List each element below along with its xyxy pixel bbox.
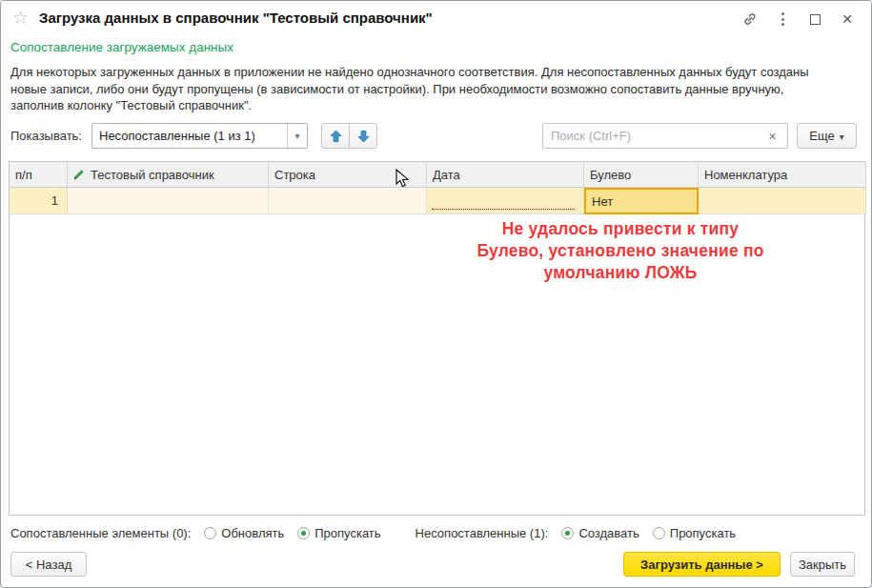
- error-underline: [432, 209, 575, 210]
- column-header-num[interactable]: п/п: [10, 162, 68, 188]
- radio-label: Пропускать: [670, 526, 736, 540]
- radio-create[interactable]: Создавать: [561, 526, 639, 540]
- radio-skip-matched[interactable]: Пропускать: [297, 526, 380, 540]
- favorite-star-icon[interactable]: ☆: [12, 8, 29, 29]
- search-clear-button[interactable]: ×: [758, 123, 788, 149]
- more-menu-icon[interactable]: [766, 5, 799, 33]
- radio-skip-unmatched[interactable]: Пропускать: [653, 526, 736, 540]
- load-data-button[interactable]: Загрузить данные >: [623, 552, 781, 577]
- column-header-boolean[interactable]: Булево: [584, 162, 699, 188]
- back-button[interactable]: < Назад: [10, 552, 87, 577]
- column-header-label: Номенклатура: [704, 168, 787, 182]
- column-header-label: Булево: [590, 168, 631, 182]
- options-row: Сопоставленные элементы (0): Обновлять П…: [10, 523, 736, 542]
- column-header-label: Тестовый справочник: [91, 168, 214, 182]
- unmatched-options-label: Несопоставленные (1):: [416, 526, 549, 540]
- navigation-arrows: [321, 123, 377, 149]
- radio-icon-checked[interactable]: [297, 527, 310, 539]
- chevron-down-icon: ▾: [840, 132, 844, 142]
- radio-label: Пропускать: [314, 526, 380, 540]
- column-header-test-ref[interactable]: Тестовый справочник: [68, 162, 269, 188]
- more-button-label: Еще: [809, 129, 834, 143]
- mouse-cursor: [395, 169, 410, 189]
- test-ref-cell[interactable]: [68, 188, 269, 214]
- radio-icon-checked[interactable]: [561, 527, 574, 539]
- radio-icon[interactable]: [653, 527, 665, 539]
- link-icon[interactable]: [734, 5, 766, 33]
- page-title: Сопоставление загружаемых данных: [10, 40, 233, 54]
- prev-unmatched-button[interactable]: [321, 123, 350, 149]
- column-header-date[interactable]: Дата: [427, 162, 584, 188]
- error-annotation-line: Булево, установлено значение по: [363, 240, 872, 262]
- arrow-down-icon: [357, 130, 370, 143]
- column-header-nomenclature[interactable]: Номенклатура: [699, 162, 866, 188]
- date-cell[interactable]: [427, 188, 584, 214]
- data-load-dialog: ☆ Загрузка данных в справочник "Тестовый…: [0, 0, 872, 588]
- boolean-cell-selected[interactable]: Нет: [584, 188, 699, 214]
- radio-icon[interactable]: [204, 527, 216, 539]
- matched-options-label: Сопоставленные элементы (0):: [10, 526, 191, 540]
- column-header-label: Строка: [274, 168, 315, 182]
- more-button[interactable]: Еще ▾: [797, 123, 857, 149]
- window-controls: ×: [734, 1, 863, 37]
- radio-label: Создавать: [578, 526, 639, 540]
- chevron-down-icon[interactable]: ▾: [287, 124, 307, 148]
- error-annotation-line: Не удалось привести к типу: [363, 218, 872, 240]
- show-filter-select[interactable]: Несопоставленные (1 из 1) ▾: [91, 123, 308, 149]
- radio-update[interactable]: Обновлять: [204, 526, 284, 540]
- pencil-icon: [73, 169, 85, 180]
- string-cell[interactable]: [269, 188, 427, 214]
- show-filter-value: Несопоставленные (1 из 1): [92, 129, 287, 143]
- close-icon[interactable]: ×: [831, 5, 863, 33]
- close-button[interactable]: Закрыть: [790, 552, 855, 577]
- maximize-icon[interactable]: [799, 5, 831, 33]
- search-input[interactable]: [542, 123, 759, 149]
- window-title: Загрузка данных в справочник "Тестовый с…: [39, 10, 433, 26]
- row-number-cell[interactable]: 1: [10, 188, 68, 214]
- nomenclature-cell[interactable]: [699, 188, 866, 214]
- next-unmatched-button[interactable]: [349, 123, 377, 149]
- description-text: Для некоторых загруженных данных в прило…: [10, 64, 832, 114]
- error-annotation: Не удалось привести к типу Булево, устан…: [363, 218, 872, 284]
- column-header-label: п/п: [15, 168, 32, 182]
- show-filter-label: Показывать:: [10, 129, 82, 143]
- arrow-up-icon: [330, 130, 342, 143]
- radio-label: Обновлять: [221, 526, 284, 540]
- title-bar: ☆ Загрузка данных в справочник "Тестовый…: [1, 1, 871, 37]
- column-header-label: Дата: [433, 168, 460, 182]
- mapping-table[interactable]: п/п Тестовый справочник Строка Дата Буле…: [9, 161, 865, 516]
- error-annotation-line: умолчанию ЛОЖЬ: [363, 262, 872, 284]
